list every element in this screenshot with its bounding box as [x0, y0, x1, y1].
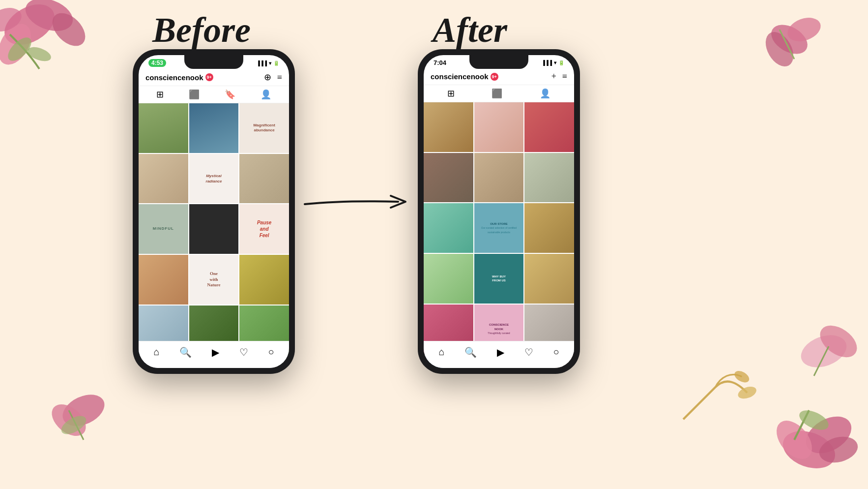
time-after: 7:04 [434, 59, 446, 66]
grid-cell-b9: PauseandFeel [239, 204, 289, 254]
add-icon-after[interactable]: + [551, 71, 556, 82]
after-title: After [433, 10, 507, 51]
grid-cell-b1 [139, 103, 188, 153]
time-before: 4:53 [148, 59, 166, 67]
arrow [300, 182, 418, 221]
grid-cell-a7 [424, 203, 473, 253]
grid-cell-a10 [424, 254, 473, 304]
svg-point-21 [732, 368, 751, 385]
grid-tab-after[interactable]: ⊞ [447, 88, 455, 99]
flower-top-right [740, 0, 839, 98]
menu-icon-before[interactable]: ≡ [277, 72, 282, 83]
ig-tabs-before: ⊞ ⬛ 🔖 👤 [139, 86, 289, 103]
grid-cell-b10 [139, 255, 188, 305]
ig-header-after: consciencenook 9+ + ≡ [424, 68, 574, 85]
reels-tab-after[interactable]: ⬛ [492, 88, 502, 99]
ig-username-after: consciencenook 9+ [431, 72, 498, 81]
grid-cell-a3 [524, 102, 574, 152]
flower-bottom-left [39, 376, 128, 464]
flower-bottom-right-2 [775, 302, 868, 400]
ig-username-before: consciencenook 9+ [145, 73, 213, 82]
branch-bottom-right [671, 366, 770, 430]
grid-cell-a9 [524, 203, 574, 253]
heart-nav-after[interactable]: ♡ [524, 346, 533, 358]
home-nav-before[interactable]: ⌂ [153, 346, 159, 358]
ig-grid-before: Magnificentabundance Mysticalradiance MI… [139, 103, 289, 355]
ig-header-before: consciencenook 9+ ⊕ ≡ [139, 69, 289, 86]
phone-before: 4:53 ▐▐▐ ▾ 🔋 consciencenook 9+ ⊕ ≡ [133, 49, 295, 374]
grid-cell-a5 [474, 153, 524, 203]
profile-nav-after[interactable]: ○ [553, 346, 559, 358]
phone-after: 7:04 ▐▐▐ ▾ 🔋 consciencenook 9+ + ≡ [418, 49, 580, 374]
grid-cell-b8 [189, 204, 239, 254]
ig-bottom-nav-after: ⌂ 🔍 ▶ ♡ ○ [424, 341, 574, 368]
status-icons-before: ▐▐▐ ▾ 🔋 [257, 61, 279, 66]
grid-cell-a8: OUR STOREOur curated selection of certif… [474, 203, 524, 253]
grid-cell-b11: OnewithNature [189, 255, 239, 305]
status-icons-after: ▐▐▐ ▾ 🔋 [542, 60, 564, 65]
grid-cell-b5: Mysticalradiance [189, 154, 239, 204]
search-nav-before[interactable]: 🔍 [179, 346, 192, 358]
ig-header-icons-before: ⊕ ≡ [264, 72, 282, 83]
grid-cell-b12 [239, 255, 289, 305]
ig-badge-after: 9+ [491, 73, 498, 81]
ig-bottom-nav-before: ⌂ 🔍 ▶ ♡ ○ [139, 341, 289, 368]
ig-header-icons-after: + ≡ [551, 71, 567, 82]
search-nav-after[interactable]: 🔍 [464, 346, 477, 358]
notch-after [469, 55, 528, 69]
notch-before [184, 55, 243, 69]
reels-nav-after[interactable]: ▶ [497, 346, 504, 358]
grid-cell-b3: Magnificentabundance [239, 103, 289, 153]
grid-cell-a11: WHY BUYFROM US [474, 254, 524, 304]
grid-cell-a6 [524, 153, 574, 203]
ig-grid-after: OUR STOREOur curated selection of certif… [424, 102, 574, 368]
before-title: Before [152, 10, 251, 51]
grid-cell-b4 [139, 154, 188, 204]
reels-nav-before[interactable]: ▶ [212, 346, 219, 358]
saved-tab-before[interactable]: 🔖 [225, 89, 235, 100]
grid-cell-a12 [524, 254, 574, 304]
heart-nav-before[interactable]: ♡ [239, 346, 248, 358]
grid-cell-a2 [474, 102, 524, 152]
grid-cell-b2 [189, 103, 239, 153]
ig-badge-before: 9+ [205, 73, 213, 81]
menu-icon-after[interactable]: ≡ [562, 71, 567, 82]
grid-cell-b6 [239, 154, 289, 204]
tagged-tab-after[interactable]: 👤 [540, 88, 550, 99]
ig-tabs-after: ⊞ ⬛ 👤 [424, 85, 574, 102]
add-icon-before[interactable]: ⊕ [264, 72, 271, 83]
grid-cell-b7: MINDFUL [139, 204, 188, 254]
home-nav-after[interactable]: ⌂ [438, 346, 444, 358]
tagged-tab-before[interactable]: 👤 [260, 89, 271, 100]
flower-top-left [0, 0, 128, 133]
profile-nav-before[interactable]: ○ [268, 346, 274, 358]
grid-cell-a1 [424, 102, 473, 152]
grid-tab-before[interactable]: ⊞ [156, 89, 164, 100]
reels-tab-before[interactable]: ⬛ [189, 89, 200, 100]
grid-cell-a4 [424, 153, 473, 203]
